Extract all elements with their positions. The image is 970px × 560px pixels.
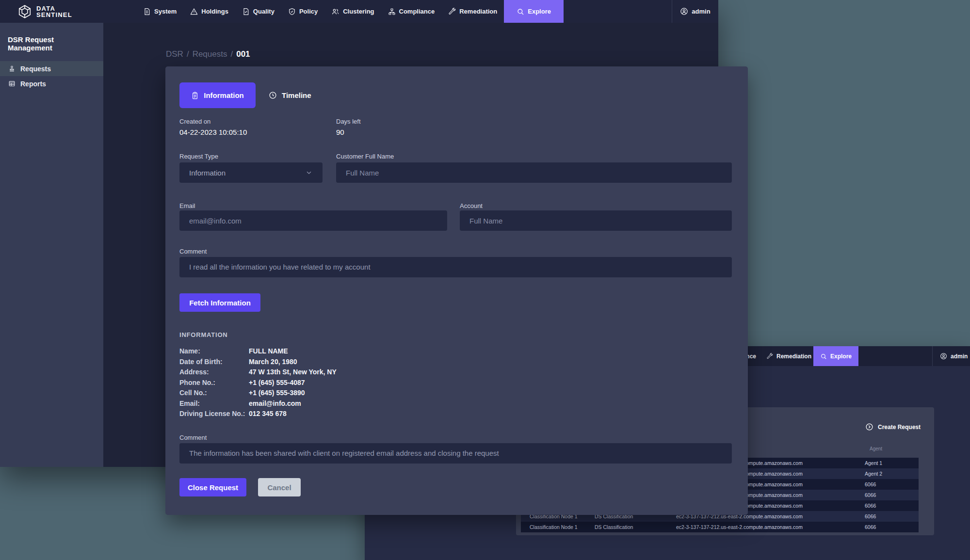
closing-comment-label: Comment	[179, 434, 207, 441]
sidebar-item-requests[interactable]: Requests	[0, 61, 103, 76]
info-row: Driving License No.:012 345 678	[179, 409, 337, 419]
comment-input[interactable]: I read all the information you have rela…	[179, 257, 732, 277]
wrench-icon	[766, 353, 773, 360]
breadcrumb-separator: /	[227, 49, 236, 59]
created-on-value: 04-22-2023 10:05:10	[179, 128, 247, 136]
email-input[interactable]	[179, 210, 447, 231]
information-heading: INFORMATION	[179, 331, 228, 338]
customer-name-input[interactable]	[336, 162, 732, 183]
nav-item-compliance[interactable]: Compliance	[381, 0, 442, 23]
breadcrumb-current: 001	[236, 49, 250, 59]
breadcrumb: DSR/Requests/001	[166, 49, 250, 59]
closing-comment-input[interactable]: The information has been shared with cli…	[179, 443, 732, 464]
nav-item-explore[interactable]: Explore	[504, 0, 564, 23]
main-navbar: DATA SENTINEL System Holdings Quality Po…	[0, 0, 718, 23]
info-row: Email:email@info.com	[179, 399, 337, 409]
close-request-button[interactable]: Close Request	[179, 478, 246, 496]
breadcrumb-section[interactable]: Requests	[193, 49, 227, 59]
bg-nav-divider	[932, 346, 933, 366]
account-label: Account	[460, 202, 483, 209]
search-icon	[820, 353, 827, 360]
nav-item-holdings[interactable]: Holdings	[183, 0, 235, 23]
sidebar-item-reports[interactable]: Reports	[0, 76, 103, 91]
sidebar-title: DSR Request Management	[0, 23, 103, 61]
tab-information-label: Information	[204, 91, 244, 99]
users-icon	[331, 8, 340, 16]
nav-item-policy[interactable]: Policy	[281, 0, 324, 23]
days-left-label: Days left	[336, 118, 361, 125]
breadcrumb-root[interactable]: DSR	[166, 49, 183, 59]
sidebar-label-requests: Requests	[20, 65, 51, 73]
user-circle-icon	[680, 7, 688, 16]
customer-name-label: Customer Full Name	[336, 153, 394, 160]
days-left-value: 90	[336, 128, 344, 136]
created-on-label: Created on	[179, 118, 210, 125]
brand-line-1: DATA	[36, 5, 72, 12]
org-chart-icon	[388, 8, 396, 16]
search-icon	[517, 8, 524, 16]
request-type-value: Information	[189, 169, 226, 177]
bg-nav-label-explore: Explore	[830, 353, 852, 360]
email-label: Email	[179, 202, 195, 209]
sidebar-label-reports: Reports	[20, 80, 46, 88]
clipboard-icon	[191, 92, 199, 99]
warning-triangle-icon	[190, 8, 198, 16]
request-type-label: Request Type	[179, 153, 218, 160]
bg-nav-user-label: admin	[951, 353, 968, 360]
main-window: DATA SENTINEL System Holdings Quality Po…	[0, 0, 718, 467]
information-rows: Name:FULL NAME Date of Birth:March 20, 1…	[179, 346, 337, 419]
nav-item-clustering[interactable]: Clustering	[324, 0, 381, 23]
cube-logo-icon	[17, 4, 32, 19]
request-detail-card: Information Timeline Created on 04-22-20…	[165, 66, 748, 515]
table-row[interactable]: Classification Node 1DS Classificationec…	[521, 522, 919, 532]
nav-item-system[interactable]: System	[136, 0, 183, 23]
arrow-circle-icon	[865, 423, 873, 431]
nav-user-menu[interactable]: admin	[672, 0, 718, 23]
table-column-header-agent: Agent	[870, 446, 882, 451]
nav-user-label: admin	[692, 8, 710, 15]
create-request-label: Create Request	[878, 424, 921, 431]
bg-nav-user[interactable]: admin	[940, 346, 968, 366]
breadcrumb-separator: /	[183, 49, 193, 59]
user-circle-icon	[940, 352, 947, 360]
document-icon	[143, 8, 151, 16]
shield-check-icon	[288, 8, 296, 16]
tab-timeline-label: Timeline	[282, 91, 311, 99]
main-nav-menu: System Holdings Quality Policy Clusterin…	[136, 0, 564, 23]
sidebar: DSR Request Management Requests Reports	[0, 23, 103, 467]
brand-text: DATA SENTINEL	[36, 5, 72, 18]
request-type-select[interactable]: Information	[179, 162, 323, 183]
stamp-icon	[8, 65, 16, 72]
chevron-down-icon	[305, 169, 313, 176]
cancel-button[interactable]: Cancel	[258, 478, 301, 496]
nav-item-remediation[interactable]: Remediation	[441, 0, 504, 23]
bg-nav-label-remediation: Remediation	[776, 353, 811, 360]
info-row: Name:FULL NAME	[179, 346, 337, 357]
tab-information[interactable]: Information	[179, 82, 256, 108]
clock-icon	[269, 91, 277, 99]
create-request-button[interactable]: Create Request	[865, 423, 921, 431]
app-logo[interactable]: DATA SENTINEL	[17, 0, 72, 23]
tab-timeline[interactable]: Timeline	[264, 82, 316, 108]
fetch-information-button[interactable]: Fetch Information	[179, 293, 260, 312]
wrench-icon	[448, 8, 456, 16]
info-row: Date of Birth:March 20, 1980	[179, 357, 337, 368]
bg-nav-item-remediation[interactable]: Remediation	[766, 346, 811, 366]
nav-item-quality[interactable]: Quality	[235, 0, 281, 23]
table-report-icon	[8, 80, 16, 87]
info-row: Phone No.:+1 (645) 555-4087	[179, 378, 337, 388]
bg-nav-item-explore[interactable]: Explore	[813, 346, 858, 366]
info-row: Address:47 W 13th St, New York, NY	[179, 367, 337, 378]
account-input[interactable]	[460, 210, 732, 231]
info-row: Cell No.:+1 (645) 555-3890	[179, 388, 337, 399]
brand-line-2: SENTINEL	[36, 12, 72, 18]
file-check-icon	[242, 8, 250, 16]
comment-label: Comment	[179, 248, 207, 255]
